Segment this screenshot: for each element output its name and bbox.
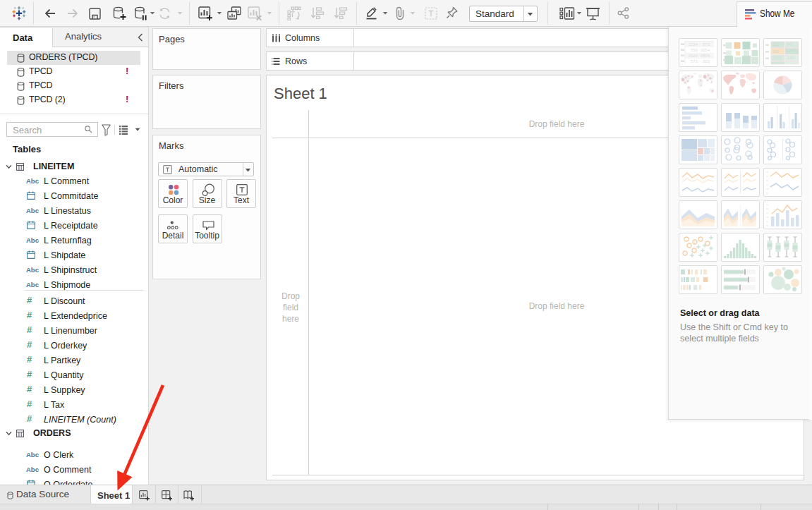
svg-text:Abc: Abc: [26, 451, 39, 459]
svg-text:25C3: 25C3: [772, 56, 782, 60]
svg-text:322: 322: [703, 59, 710, 63]
svg-text:54C: 54C: [787, 42, 794, 47]
svg-text:Abc: Abc: [26, 266, 39, 274]
svg-text:550: 550: [691, 48, 698, 52]
svg-text:573: 573: [703, 42, 710, 47]
svg-text:Abc: Abc: [26, 207, 39, 214]
svg-text:123): 123): [772, 42, 780, 47]
svg-text:571: 571: [691, 59, 698, 63]
svg-text:2859: 2859: [701, 54, 710, 58]
svg-text:556: 556: [772, 49, 779, 54]
svg-text:Abc: Abc: [26, 281, 39, 289]
svg-text:3054: 3054: [701, 48, 710, 52]
svg-text:X4D: X4D: [787, 49, 794, 54]
svg-text:Abc: Abc: [26, 466, 39, 473]
svg-text:1234: 1234: [689, 42, 698, 47]
svg-text:3050: 3050: [787, 56, 795, 60]
svg-text:2520: 2520: [689, 54, 698, 58]
svg-text:Abc: Abc: [26, 177, 39, 185]
svg-text:Abc: Abc: [26, 236, 39, 244]
